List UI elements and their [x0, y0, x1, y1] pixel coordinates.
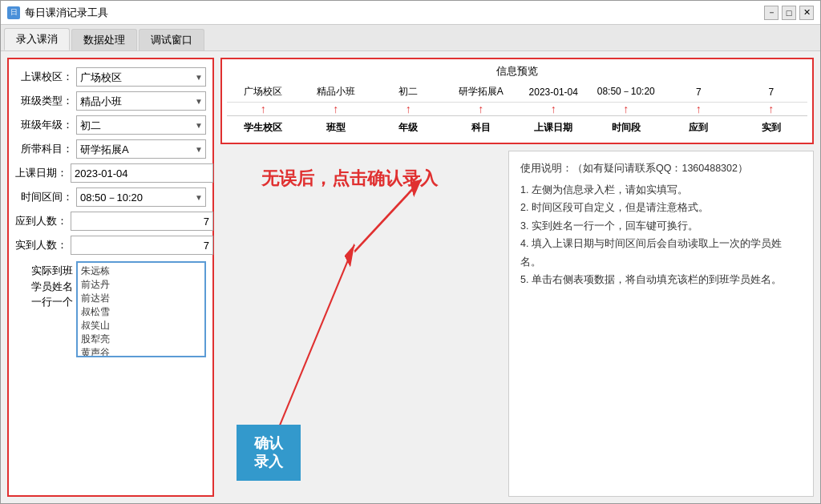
should-count-label: 应到人数： — [15, 214, 67, 228]
preview-arrow-row: ↑ ↑ ↑ ↑ ↑ ↑ ↑ ↑ — [227, 103, 807, 115]
title-bar: 日 每日课消记录工具 － □ ✕ — [1, 1, 820, 25]
preview-data-campus[interactable]: 广场校区 — [227, 83, 300, 100]
campus-label: 上课校区： — [15, 70, 73, 84]
campus-row: 上课校区： 广场校区 ▼ — [15, 67, 206, 87]
actual-count-input[interactable] — [71, 236, 213, 255]
arrow-should: ↑ — [662, 103, 735, 115]
preview-data-subject[interactable]: 研学拓展A — [445, 83, 518, 100]
should-count-input[interactable] — [71, 212, 213, 231]
arrow-campus: ↑ — [227, 103, 300, 115]
header-grade: 年级 — [372, 119, 445, 136]
preview-data-grade[interactable]: 初二 — [372, 83, 445, 100]
date-label: 上课日期： — [15, 166, 67, 180]
left-panel: 上课校区： 广场校区 ▼ 班级类型： 精品小班 ▼ — [7, 58, 214, 497]
grade-label: 班级年级： — [15, 118, 73, 132]
instruction-2: 2. 时间区段可自定义，但是请注意格式。 — [520, 199, 802, 217]
tab-bar: 录入课消 数据处理 调试窗口 — [1, 25, 820, 51]
annotation-text: 无误后，点击确认录入 — [261, 167, 438, 191]
title-bar-left: 日 每日课消记录工具 — [7, 6, 108, 20]
preview-section: 信息预览 广场校区 精品小班 初二 研学拓展A 2023-01-04 08:50… — [220, 58, 814, 144]
subject-select-wrapper: 研学拓展A ▼ — [76, 139, 206, 159]
class-type-select-wrapper: 精品小班 ▼ — [76, 91, 206, 111]
preview-data-classtype[interactable]: 精品小班 — [300, 83, 373, 100]
app-icon: 日 — [7, 6, 20, 19]
header-subject: 科目 — [445, 119, 518, 136]
preview-data-should[interactable]: 7 — [662, 85, 735, 99]
time-select-wrapper: 08:50－10:20 ▼ — [76, 187, 206, 207]
time-label: 时间区间： — [15, 190, 73, 204]
actual-count-label: 实到人数： — [15, 238, 67, 252]
main-window: 日 每日课消记录工具 － □ ✕ 录入课消 数据处理 调试窗口 上课校区： 广场… — [0, 0, 821, 504]
time-row: 时间区间： 08:50－10:20 ▼ — [15, 187, 206, 207]
annotation-container: 无误后，点击确认录入 确认录入 — [220, 151, 502, 497]
header-date: 上课日期 — [517, 119, 590, 136]
instructions-title: 使用说明：（如有疑问请联系QQ：1360488302） — [520, 159, 802, 178]
window-title: 每日课消记录工具 — [25, 6, 108, 20]
arrow-subject: ↑ — [445, 103, 518, 115]
header-actual: 实到 — [735, 119, 808, 136]
preview-title: 信息预览 — [227, 64, 807, 79]
instruction-5: 5. 单击右侧表项数据，将自动填充该栏的到班学员姓名。 — [520, 271, 802, 289]
arrow-date: ↑ — [517, 103, 590, 115]
subject-row: 所带科目： 研学拓展A ▼ — [15, 139, 206, 159]
arrow-time: ↑ — [590, 103, 663, 115]
subject-select[interactable]: 研学拓展A — [76, 139, 206, 159]
preview-data-actual[interactable]: 7 — [735, 85, 808, 99]
date-row: 上课日期： — [15, 163, 206, 183]
header-time: 时间段 — [590, 119, 663, 136]
class-type-row: 班级类型： 精品小班 ▼ — [15, 91, 206, 111]
subject-label: 所带科目： — [15, 142, 73, 156]
instructions-section: 使用说明：（如有疑问请联系QQ：1360488302） 1. 左侧为信息录入栏，… — [508, 151, 814, 497]
preview-header-row: 学生校区 班型 年级 科目 上课日期 时间段 应到 实到 — [227, 115, 807, 138]
instruction-3: 3. 实到姓名一行一个，回车键可换行。 — [520, 217, 802, 236]
minimize-button[interactable]: － — [764, 6, 779, 20]
confirm-button[interactable]: 确认录入 — [237, 425, 301, 481]
header-classtype: 班型 — [300, 119, 373, 136]
student-names-label: 实际到班学员姓名一行一个 — [15, 261, 73, 310]
grade-select-wrapper: 初二 ▼ — [76, 115, 206, 135]
preview-data-row: 广场校区 精品小班 初二 研学拓展A 2023-01-04 08:50－10:2… — [227, 82, 807, 103]
instruction-4: 4. 填入上课日期与时间区间后会自动读取上一次的学员姓名。 — [520, 235, 802, 271]
class-type-select[interactable]: 精品小班 — [76, 91, 206, 111]
tab-debug[interactable]: 调试窗口 — [139, 29, 204, 50]
actual-count-row: 实到人数： — [15, 236, 206, 255]
tab-recording[interactable]: 录入课消 — [4, 28, 70, 50]
campus-select[interactable]: 广场校区 — [76, 67, 206, 87]
arrow-classtype: ↑ — [300, 103, 373, 115]
grade-row: 班级年级： 初二 ▼ — [15, 115, 206, 135]
instruction-1: 1. 左侧为信息录入栏，请如实填写。 — [520, 181, 802, 200]
campus-select-wrapper: 广场校区 ▼ — [76, 67, 206, 87]
svg-line-2 — [274, 244, 354, 439]
student-names-textarea[interactable]: 朱远栋 前达丹 前达岩 叔松雪 叔笑山 股犁亮 黄声谷 — [76, 261, 206, 357]
main-content: 上课校区： 广场校区 ▼ 班级类型： 精品小班 ▼ — [1, 51, 820, 503]
class-type-label: 班级类型： — [15, 94, 73, 108]
grade-select[interactable]: 初二 — [76, 115, 206, 135]
student-names-section: 实际到班学员姓名一行一个 朱远栋 前达丹 前达岩 叔松雪 叔笑山 股犁亮 黄声谷 — [15, 261, 206, 487]
header-should: 应到 — [662, 119, 735, 136]
time-select[interactable]: 08:50－10:20 — [76, 187, 206, 207]
right-panel: 信息预览 广场校区 精品小班 初二 研学拓展A 2023-01-04 08:50… — [220, 58, 814, 497]
should-count-row: 应到人数： — [15, 212, 206, 231]
preview-data-time[interactable]: 08:50－10:20 — [590, 83, 663, 100]
header-campus: 学生校区 — [227, 119, 300, 136]
bottom-area: 无误后，点击确认录入 确认录入 使用说明：（如有疑问请联系QQ：13604883… — [220, 151, 814, 497]
close-button[interactable]: ✕ — [799, 6, 814, 20]
arrow-grade: ↑ — [372, 103, 445, 115]
maximize-button[interactable]: □ — [782, 6, 796, 20]
arrow-actual: ↑ — [735, 103, 808, 115]
tab-data-processing[interactable]: 数据处理 — [71, 29, 137, 50]
date-input[interactable] — [71, 163, 213, 183]
preview-data-date[interactable]: 2023-01-04 — [517, 85, 590, 99]
title-bar-controls: － □ ✕ — [764, 6, 814, 20]
